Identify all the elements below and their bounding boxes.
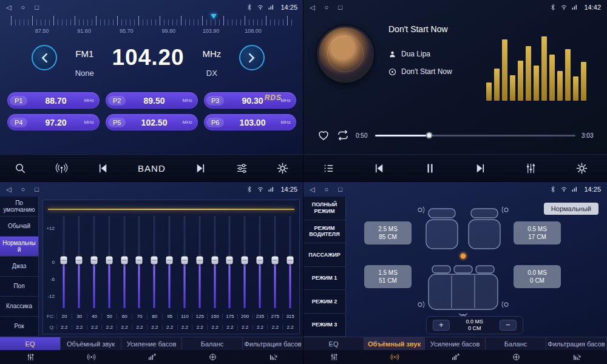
visualizer-bar	[502, 39, 507, 101]
eq-band-slider[interactable]	[101, 215, 117, 309]
next-track-icon[interactable]	[194, 162, 207, 175]
surround-icon[interactable]	[61, 350, 121, 364]
mode-passenger[interactable]: ПАССАЖИР	[304, 243, 345, 267]
tab-eq[interactable]: EQ	[304, 337, 364, 350]
frequency-scale[interactable]: 87.50 91.60 95.70 99.80 103.90 108.00	[11, 16, 293, 36]
search-icon[interactable]	[14, 162, 27, 175]
tab-balance[interactable]: Баланс	[486, 337, 546, 350]
tab-eq[interactable]: EQ	[0, 337, 61, 350]
eq-preset-jazz[interactable]: Джаз	[0, 257, 38, 277]
nav-recents-icon[interactable]: □	[338, 186, 342, 194]
progress-knob[interactable]	[426, 132, 433, 139]
broadcast-icon[interactable]	[55, 162, 68, 175]
eq-preset-normal[interactable]: Нормальный	[0, 237, 38, 257]
nav-home-icon[interactable]: ○	[21, 4, 25, 12]
nav-back-icon[interactable]: ◁	[6, 186, 11, 194]
preset-button-6[interactable]: P6 103.00 MHz	[204, 114, 296, 130]
tab-bass-boost[interactable]: Усиление басов	[121, 337, 182, 350]
eq-band-slider[interactable]	[147, 215, 162, 309]
tab-surround[interactable]: Объёмный звук	[364, 337, 425, 350]
eq-band-slider[interactable]	[132, 215, 147, 309]
eq-band-slider[interactable]	[117, 215, 132, 309]
eq-preset-rock[interactable]: Рок	[0, 317, 38, 337]
mode-2[interactable]: РЕЖИМ 2	[304, 290, 345, 314]
eq-band-slider[interactable]	[267, 215, 282, 309]
eq-band-slider[interactable]	[253, 215, 268, 309]
delay-rear-left[interactable]: 1.5 MS 51 CM	[364, 265, 412, 288]
eq-band-slider[interactable]	[207, 215, 222, 309]
progress-bar[interactable]	[375, 135, 575, 136]
nav-back-icon[interactable]: ◁	[310, 186, 314, 194]
surround-icon[interactable]	[364, 350, 425, 364]
mode-1[interactable]: РЕЖИМ 1	[304, 267, 345, 291]
bluetooth-icon	[246, 4, 253, 11]
bass-boost-icon[interactable]	[121, 350, 182, 364]
eq-preset-custom[interactable]: Обычай	[0, 217, 38, 237]
previous-track-icon[interactable]	[373, 162, 385, 175]
preset-button-3[interactable]: P3 90.30 MHz	[204, 92, 296, 109]
eq-band-slider[interactable]	[222, 215, 237, 309]
tab-surround[interactable]: Объёмный звук	[61, 337, 121, 350]
eq-band-slider[interactable]	[87, 215, 102, 309]
sound-preset-button[interactable]: Нормальный	[544, 203, 599, 215]
tab-filter[interactable]: Фильтрация басов	[546, 337, 607, 350]
previous-track-icon[interactable]	[97, 162, 109, 175]
tab-balance[interactable]: Баланс	[182, 337, 243, 350]
eq-band-slider[interactable]	[72, 215, 87, 309]
eq-preset-default[interactable]: По умолчанию	[0, 197, 38, 217]
delay-increase-button[interactable]: +	[433, 320, 450, 331]
nav-recents-icon[interactable]: □	[35, 4, 39, 12]
next-track-icon[interactable]	[474, 162, 487, 175]
nav-home-icon[interactable]: ○	[324, 186, 328, 194]
tune-down-button[interactable]	[32, 45, 57, 70]
repeat-icon[interactable]	[336, 129, 350, 142]
mode-3[interactable]: РЕЖИМ 3	[304, 314, 345, 337]
eq-preset-pop[interactable]: Поп	[0, 277, 38, 297]
delay-decrease-button[interactable]: −	[500, 320, 517, 331]
radio-toolbar: BAND	[0, 154, 304, 182]
filter-icon[interactable]	[243, 350, 304, 364]
eq-icon[interactable]	[304, 350, 364, 364]
eq-band-slider[interactable]	[162, 215, 177, 309]
eq-icon[interactable]	[0, 350, 61, 364]
eq-band-slider[interactable]	[237, 215, 253, 309]
mode-driver[interactable]: РЕЖИМ ВОДИТЕЛЯ	[304, 220, 345, 244]
balance-icon[interactable]	[486, 350, 546, 364]
signal-icon	[268, 186, 275, 193]
band-button[interactable]: BAND	[138, 163, 166, 174]
album-art[interactable]	[317, 25, 374, 83]
delay-front-left[interactable]: 2.5 MS 85 CM	[364, 221, 412, 244]
pause-icon[interactable]	[424, 162, 436, 175]
preset-button-1[interactable]: P1 88.70 MHz	[7, 92, 100, 109]
preset-button-4[interactable]: P4 97.20 MHz	[7, 114, 100, 130]
eq-band-slider[interactable]	[177, 215, 192, 309]
settings-gear-icon[interactable]	[276, 162, 289, 175]
preset-button-2[interactable]: P2 89.50 MHz	[106, 92, 198, 109]
preset-button-5[interactable]: P5 102.50 MHz	[106, 114, 198, 130]
equalizer-sliders-icon[interactable]	[524, 162, 537, 175]
nav-home-icon[interactable]: ○	[324, 4, 328, 12]
mode-full[interactable]: ПОЛНЫЙ РЕЖИМ	[304, 197, 345, 220]
nav-recents-icon[interactable]: □	[338, 4, 342, 12]
nav-back-icon[interactable]: ◁	[6, 4, 11, 12]
tab-bass-boost[interactable]: Усиление басов	[425, 337, 486, 350]
audio-tab-icons	[0, 350, 304, 364]
nav-back-icon[interactable]: ◁	[310, 4, 314, 12]
eq-band-slider[interactable]	[56, 215, 72, 309]
delay-rear-right[interactable]: 0.0 MS 0 CM	[514, 265, 561, 288]
eq-preset-classic[interactable]: Классика	[0, 297, 38, 317]
settings-gear-icon[interactable]	[575, 162, 588, 175]
eq-band-slider[interactable]	[192, 215, 207, 309]
playlist-icon[interactable]	[322, 162, 335, 175]
nav-home-icon[interactable]: ○	[21, 186, 25, 194]
favorite-heart-icon[interactable]	[317, 129, 330, 142]
tune-up-button[interactable]	[239, 45, 265, 70]
balance-icon[interactable]	[182, 350, 243, 364]
bass-boost-icon[interactable]	[425, 350, 486, 364]
sliders-icon[interactable]	[236, 162, 248, 175]
eq-band-slider[interactable]	[282, 215, 297, 309]
tab-filter[interactable]: Фильтрация басов	[243, 337, 304, 350]
delay-front-right[interactable]: 0.5 MS 17 CM	[514, 221, 561, 244]
filter-icon[interactable]	[546, 350, 607, 364]
nav-recents-icon[interactable]: □	[35, 186, 39, 194]
